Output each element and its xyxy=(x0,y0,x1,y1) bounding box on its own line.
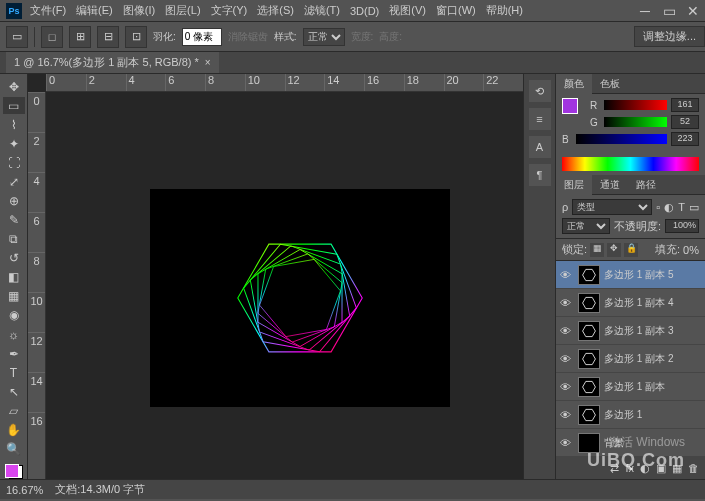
layer-name[interactable]: 多边形 1 xyxy=(604,408,701,422)
feather-input[interactable] xyxy=(182,28,222,46)
layer-thumbnail[interactable] xyxy=(578,349,600,369)
width-label: 宽度: xyxy=(351,30,374,44)
marquee-tool-icon[interactable]: ▭ xyxy=(6,26,28,48)
paragraph-panel-icon[interactable]: ¶ xyxy=(529,164,551,186)
eraser-tool[interactable]: ◧ xyxy=(3,269,25,286)
wand-tool[interactable]: ✦ xyxy=(3,135,25,152)
close-tab-icon[interactable]: × xyxy=(205,57,211,68)
r-value[interactable]: 161 xyxy=(671,98,699,112)
close-button[interactable]: ✕ xyxy=(681,1,705,21)
marquee-tool[interactable]: ▭ xyxy=(3,97,25,114)
blur-tool[interactable]: ◉ xyxy=(3,307,25,324)
zoom-level[interactable]: 16.67% xyxy=(6,484,43,496)
canvas-area[interactable]: 0246810121416182022 0246810121416 xyxy=(28,74,523,479)
style-select[interactable]: 正常 xyxy=(303,28,345,46)
color-swatch[interactable] xyxy=(5,464,23,479)
properties-panel-icon[interactable]: ≡ xyxy=(529,108,551,130)
lasso-tool[interactable]: ⌇ xyxy=(3,116,25,133)
antialias-checkbox: 消除锯齿 xyxy=(228,30,268,44)
intersect-selection-icon[interactable]: ⊡ xyxy=(125,26,147,48)
spectrum-bar[interactable] xyxy=(562,157,699,171)
history-brush-tool[interactable]: ↺ xyxy=(3,250,25,267)
layer-thumbnail[interactable] xyxy=(578,265,600,285)
color-preview[interactable] xyxy=(562,98,584,120)
gradient-tool[interactable]: ▦ xyxy=(3,288,25,305)
brush-tool[interactable]: ✎ xyxy=(3,212,25,229)
minimize-button[interactable]: ─ xyxy=(633,1,657,21)
layer-thumbnail[interactable] xyxy=(578,293,600,313)
b-value[interactable]: 223 xyxy=(671,132,699,146)
add-selection-icon[interactable]: ⊞ xyxy=(69,26,91,48)
visibility-icon[interactable]: 👁 xyxy=(560,381,574,393)
blend-mode-select[interactable]: 正常 xyxy=(562,218,610,234)
layer-thumbnail[interactable] xyxy=(578,321,600,341)
menu-file[interactable]: 文件(F) xyxy=(30,3,66,18)
refine-edge-button[interactable]: 调整边缘... xyxy=(634,26,705,47)
layer-thumbnail[interactable] xyxy=(578,405,600,425)
healing-tool[interactable]: ⊕ xyxy=(3,192,25,209)
visibility-icon[interactable]: 👁 xyxy=(560,353,574,365)
layer-row[interactable]: 👁多边形 1 副本 5 xyxy=(556,261,705,289)
layer-row[interactable]: 👁多边形 1 副本 3 xyxy=(556,317,705,345)
zoom-tool[interactable]: 🔍 xyxy=(3,440,25,457)
menu-help[interactable]: 帮助(H) xyxy=(486,3,523,18)
menu-edit[interactable]: 编辑(E) xyxy=(76,3,113,18)
path-tool[interactable]: ↖ xyxy=(3,383,25,400)
b-slider[interactable] xyxy=(576,134,667,144)
shape-tool[interactable]: ▱ xyxy=(3,402,25,419)
channels-tab[interactable]: 通道 xyxy=(592,175,628,195)
menu-window[interactable]: 窗口(W) xyxy=(436,3,476,18)
swatches-tab[interactable]: 色板 xyxy=(592,74,628,94)
visibility-icon[interactable]: 👁 xyxy=(560,325,574,337)
menu-filter[interactable]: 滤镜(T) xyxy=(304,3,340,18)
layer-row[interactable]: 👁多边形 1 副本 2 xyxy=(556,345,705,373)
r-slider[interactable] xyxy=(604,100,667,110)
pen-tool[interactable]: ✒ xyxy=(3,345,25,362)
opacity-value[interactable]: 100% xyxy=(665,219,699,233)
color-tab[interactable]: 颜色 xyxy=(556,74,592,94)
layer-name[interactable]: 多边形 1 副本 3 xyxy=(604,324,701,338)
layer-name[interactable]: 多边形 1 副本 xyxy=(604,380,701,394)
menu-select[interactable]: 选择(S) xyxy=(257,3,294,18)
menu-layer[interactable]: 图层(L) xyxy=(165,3,200,18)
move-tool[interactable]: ✥ xyxy=(3,78,25,95)
visibility-icon[interactable]: 👁 xyxy=(560,437,574,449)
subtract-selection-icon[interactable]: ⊟ xyxy=(97,26,119,48)
delete-layer-icon[interactable]: 🗑 xyxy=(688,462,699,474)
character-panel-icon[interactable]: A xyxy=(529,136,551,158)
kind-select[interactable]: 类型 xyxy=(572,199,652,215)
new-selection-icon[interactable]: □ xyxy=(41,26,63,48)
g-value[interactable]: 52 xyxy=(671,115,699,129)
document-tab[interactable]: 1 @ 16.7%(多边形 1 副本 5, RGB/8) * × xyxy=(6,52,219,73)
lock-position-icon[interactable]: ✥ xyxy=(607,243,621,257)
maximize-button[interactable]: ▭ xyxy=(657,1,681,21)
layer-row[interactable]: 👁多边形 1 副本 4 xyxy=(556,289,705,317)
menu-3d[interactable]: 3D(D) xyxy=(350,5,379,17)
layer-thumbnail[interactable] xyxy=(578,377,600,397)
artboard[interactable] xyxy=(150,189,450,407)
menu-image[interactable]: 图像(I) xyxy=(123,3,155,18)
paths-tab[interactable]: 路径 xyxy=(628,175,664,195)
lock-all-icon[interactable]: 🔒 xyxy=(624,243,638,257)
layer-row[interactable]: 👁多边形 1 副本 xyxy=(556,373,705,401)
g-slider[interactable] xyxy=(604,117,667,127)
layer-name[interactable]: 多边形 1 副本 4 xyxy=(604,296,701,310)
stamp-tool[interactable]: ⧉ xyxy=(3,231,25,248)
dodge-tool[interactable]: ☼ xyxy=(3,326,25,343)
type-tool[interactable]: T xyxy=(3,364,25,381)
crop-tool[interactable]: ⛶ xyxy=(3,154,25,171)
visibility-icon[interactable]: 👁 xyxy=(560,409,574,421)
layer-name[interactable]: 多边形 1 副本 2 xyxy=(604,352,701,366)
lock-pixels-icon[interactable]: ▦ xyxy=(590,243,604,257)
menu-view[interactable]: 视图(V) xyxy=(389,3,426,18)
layer-name[interactable]: 多边形 1 副本 5 xyxy=(604,268,701,282)
layers-tab[interactable]: 图层 xyxy=(556,175,592,195)
eyedropper-tool[interactable]: ⤢ xyxy=(3,173,25,190)
hand-tool[interactable]: ✋ xyxy=(3,421,25,438)
layer-row[interactable]: 👁多边形 1 xyxy=(556,401,705,429)
visibility-icon[interactable]: 👁 xyxy=(560,297,574,309)
fill-value[interactable]: 0% xyxy=(683,244,699,256)
menu-type[interactable]: 文字(Y) xyxy=(211,3,248,18)
history-panel-icon[interactable]: ⟲ xyxy=(529,80,551,102)
visibility-icon[interactable]: 👁 xyxy=(560,269,574,281)
